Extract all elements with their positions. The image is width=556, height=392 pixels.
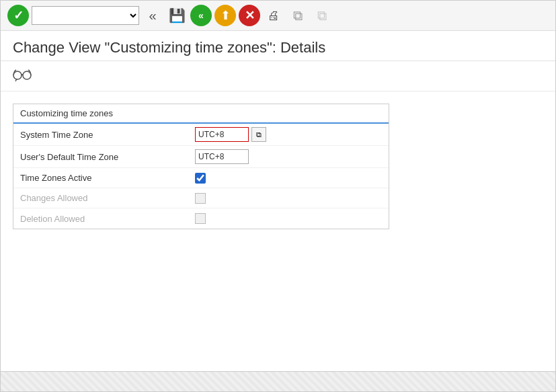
label-system-time-zone: System Time Zone <box>20 130 195 140</box>
field-value-time-zones-active <box>195 173 206 184</box>
field-row-user-default-time-zone: User's Default Time Zone <box>13 146 389 168</box>
orange-up-icon: ⬆ <box>221 8 231 23</box>
save-button[interactable]: 💾 <box>166 5 188 26</box>
field-value-user-default-time-zone <box>195 149 249 164</box>
field-value-deletion-allowed <box>195 213 206 224</box>
green-back-icon: « <box>198 10 204 21</box>
save-icon: 💾 <box>169 7 186 24</box>
content-area: Customizing time zones System Time Zone … <box>1 91 555 371</box>
svg-point-1 <box>23 71 31 79</box>
copy-icon: ⧉ <box>256 130 262 139</box>
field-row-system-time-zone: System Time Zone ⧉ <box>13 124 389 146</box>
svg-point-0 <box>13 71 22 79</box>
printer-icon: 🖨 <box>268 9 280 23</box>
back-arrows-icon: « <box>149 8 156 24</box>
input-system-time-zone[interactable] <box>195 127 249 142</box>
field-value-system-time-zone: ⧉ <box>195 127 266 142</box>
label-time-zones-active: Time Zones Active <box>20 173 195 183</box>
field-row-changes-allowed: Changes Allowed <box>13 188 389 208</box>
field-row-time-zones-active: Time Zones Active <box>13 168 389 188</box>
section-header: Customizing time zones <box>13 104 389 124</box>
field-value-changes-allowed <box>195 193 206 204</box>
green-back-button[interactable]: « <box>190 5 212 26</box>
glasses-icon <box>13 67 32 85</box>
copy-button-system-time-zone[interactable]: ⧉ <box>251 127 266 142</box>
back-arrows-button[interactable]: « <box>142 5 163 26</box>
subheader <box>1 61 555 91</box>
checkbox-changes-allowed <box>195 193 206 204</box>
printer-button[interactable]: 🖨 <box>263 5 284 26</box>
binoculars1-icon: ⧉ <box>293 8 303 24</box>
red-x-button[interactable]: ✕ <box>239 5 260 26</box>
binoculars2-button[interactable]: ⧉ <box>311 5 333 26</box>
main-window: ✓ « 💾 « ⬆ ✕ 🖨 ⧉ ⧉ Change <box>0 0 556 392</box>
binoculars1-button[interactable]: ⧉ <box>287 5 309 26</box>
binoculars2-icon: ⧉ <box>317 8 327 24</box>
checkbox-deletion-allowed <box>195 213 206 224</box>
section-customizing: Customizing time zones System Time Zone … <box>13 104 389 229</box>
dropdown-select[interactable] <box>32 6 139 25</box>
field-row-deletion-allowed: Deletion Allowed <box>13 208 389 229</box>
orange-up-button[interactable]: ⬆ <box>214 5 236 26</box>
section-body: System Time Zone ⧉ User's Default Time Z… <box>13 124 389 229</box>
label-user-default-time-zone: User's Default Time Zone <box>20 152 195 162</box>
red-x-icon: ✕ <box>245 8 255 23</box>
confirm-button[interactable]: ✓ <box>7 5 29 26</box>
label-changes-allowed: Changes Allowed <box>20 193 195 203</box>
toolbar: ✓ « 💾 « ⬆ ✕ 🖨 ⧉ ⧉ <box>1 1 555 31</box>
page-title: Change View "Customizing time zones": De… <box>1 31 555 61</box>
label-deletion-allowed: Deletion Allowed <box>20 214 195 224</box>
checkbox-time-zones-active[interactable] <box>195 173 206 184</box>
input-user-default-time-zone[interactable] <box>195 149 249 164</box>
status-bar <box>1 371 555 391</box>
